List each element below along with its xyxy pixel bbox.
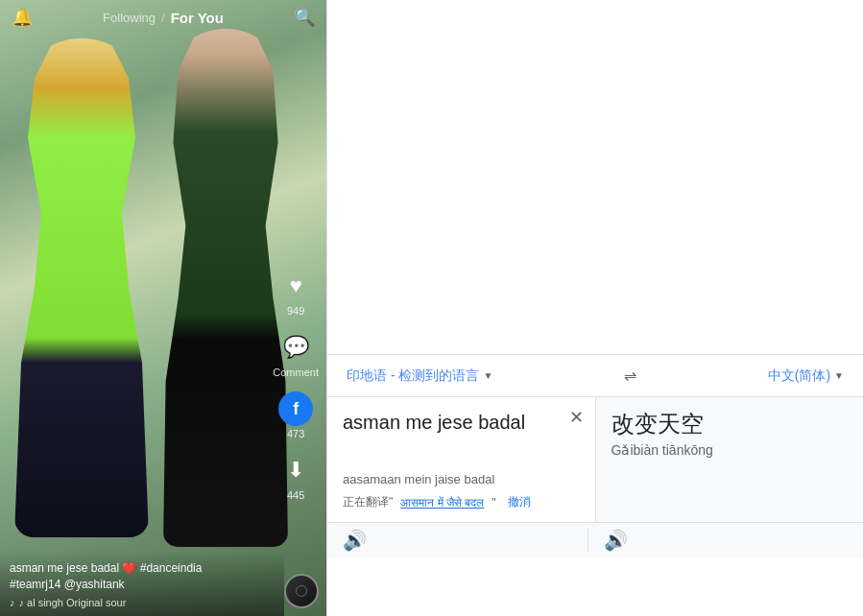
target-language-selector[interactable]: 中文(简体) ▼ <box>768 367 844 385</box>
foryou-tab[interactable]: For You <box>171 10 224 26</box>
person-left-silhouette <box>14 38 149 537</box>
translate-top-space <box>327 0 863 355</box>
music-icon: ♪ <box>10 597 15 608</box>
translation-area: asman me jese badal ✕ aasamaan mein jais… <box>327 397 863 523</box>
video-caption: asman me jese badal ❤️ #danceindia #team… <box>10 560 275 593</box>
nav-divider: / <box>161 11 165 25</box>
translated-text: 改变天空 <box>611 409 849 438</box>
video-bottom-info: asman me jese badal ❤️ #danceindia #team… <box>0 551 284 616</box>
like-action[interactable]: ♥ 949 <box>278 269 313 317</box>
download-icon: ⬇ <box>278 453 313 487</box>
translating-term: आसमान में जैसे बदल <box>400 496 484 509</box>
source-lang-label: 印地语 - 检测到的语言 <box>347 367 479 385</box>
comment-action[interactable]: 💬 Comment <box>273 330 319 378</box>
video-actions: ♥ 949 💬 Comment f 473 ⬇ 445 <box>273 269 319 501</box>
person-right-silhouette <box>163 29 288 547</box>
source-bottom: 正在翻译" आसमान में जैसे बदल " 撤消 <box>343 494 580 510</box>
cancel-button[interactable]: 撤消 <box>508 494 531 510</box>
comment-label: Comment <box>273 367 319 378</box>
target-lang-label: 中文(简体) <box>768 367 830 385</box>
language-bar: 印地语 - 检测到的语言 ▼ ⇌ 中文(简体) ▼ <box>327 355 863 397</box>
caption-tags: #teamrj14 @yashitank <box>10 578 125 591</box>
following-tab[interactable]: Following <box>103 11 156 25</box>
source-section: asman me jese badal ✕ aasamaan mein jais… <box>327 397 596 522</box>
comment-icon: 💬 <box>278 330 313 365</box>
translating-suffix: " <box>491 496 495 509</box>
target-audio-button[interactable]: 🔊 <box>604 529 628 552</box>
source-footer: 🔊 <box>343 529 588 552</box>
target-section: 改变天空 Gǎibiàn tiānkōng <box>596 397 864 522</box>
video-music[interactable]: ♪ ♪ al singh Original sour <box>10 597 275 608</box>
share-action[interactable]: f 473 <box>278 391 313 439</box>
header-nav: Following / For You <box>103 10 224 26</box>
heart-icon: ♥ <box>278 269 313 303</box>
download-count: 445 <box>287 489 304 501</box>
translate-inner: 印地语 - 检测到的语言 ▼ ⇌ 中文(简体) ▼ asman me jese … <box>326 0 863 616</box>
swap-languages-button[interactable]: ⇌ <box>624 367 636 385</box>
target-footer: 🔊 <box>588 529 849 552</box>
facebook-icon: f <box>278 391 313 426</box>
share-count: 473 <box>287 428 304 439</box>
search-icon[interactable]: 🔍 <box>294 7 315 28</box>
like-count: 949 <box>287 305 304 317</box>
tiktok-video-panel: 🔔 Following / For You 🔍 ♥ 949 💬 Comment … <box>0 0 326 616</box>
translating-label: 正在翻译" <box>343 494 393 510</box>
bell-icon[interactable]: 🔔 <box>12 7 33 28</box>
clear-button[interactable]: ✕ <box>569 407 584 428</box>
source-suggestion: aasamaan mein jaise badal <box>343 472 580 486</box>
source-input[interactable]: asman me jese badal <box>343 409 580 466</box>
source-lang-chevron: ▼ <box>483 370 492 381</box>
source-language-selector[interactable]: 印地语 - 检测到的语言 ▼ <box>347 367 492 385</box>
music-label: ♪ al singh Original sour <box>19 597 127 608</box>
translate-footer: 🔊 🔊 <box>327 523 863 557</box>
music-disc[interactable] <box>284 574 319 608</box>
translate-panel: 印地语 - 检测到的语言 ▼ ⇌ 中文(简体) ▼ asman me jese … <box>326 0 863 616</box>
download-action[interactable]: ⬇ 445 <box>278 453 313 501</box>
target-lang-chevron: ▼ <box>834 370 844 381</box>
source-audio-button[interactable]: 🔊 <box>343 529 367 552</box>
video-header: 🔔 Following / For You 🔍 <box>0 0 326 35</box>
caption-text: asman me jese badal ❤️ #danceindia <box>10 561 202 575</box>
translated-pinyin: Gǎibiàn tiānkōng <box>611 442 849 458</box>
